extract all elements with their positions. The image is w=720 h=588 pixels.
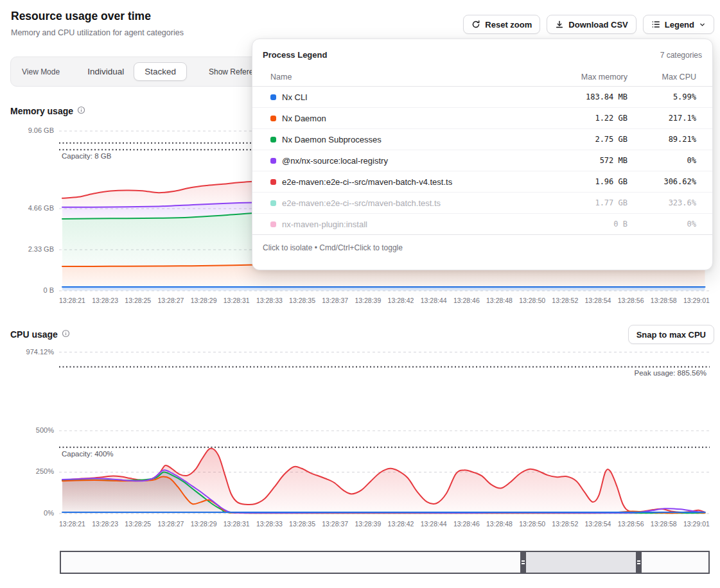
x-tick-label: 13:28:48 (486, 297, 513, 304)
legend-row[interactable]: Nx Daemon Subprocesses 2.75 GB 89.21% (252, 129, 712, 150)
x-tick-label: 13:28:25 (125, 520, 151, 528)
grip-icon (637, 560, 640, 562)
reference-line-label: Capacity: 8 GB (62, 152, 111, 160)
x-tick-label: 13:28:33 (256, 297, 283, 304)
y-tick-label: 4.66 GB (0, 204, 54, 212)
legend-rows: Nx CLI 183.84 MB 5.99% Nx Daemon 1.22 GB… (252, 87, 712, 235)
header-actions: Reset zoom Download CSV Legend (463, 15, 714, 34)
x-tick-label: 13:28:39 (355, 297, 381, 304)
x-tick-label: 13:28:44 (421, 297, 447, 304)
legend-popup-footer: Click to isolate • Cmd/Ctrl+Click to tog… (252, 235, 712, 261)
x-tick-label: 13:28:46 (453, 520, 480, 528)
x-tick-label: 13:28:31 (224, 520, 250, 528)
reset-zoom-button[interactable]: Reset zoom (463, 15, 540, 34)
series-line-3 (62, 470, 705, 513)
reference-line-label: Peak usage: 885.56% (634, 369, 707, 377)
memory-section-title: Memory usage (10, 106, 85, 116)
y-tick-label: 0 B (0, 286, 54, 294)
series-max-cpu: 323.6% (628, 198, 696, 207)
legend-row[interactable]: e2e-maven:e2e-ci--src/maven-batch.test.t… (252, 193, 712, 214)
series-line-1 (62, 472, 705, 513)
x-tick-label: 13:28:56 (618, 520, 644, 528)
legend-popup-title: Process Legend (263, 50, 327, 60)
series-color-dot (270, 200, 276, 206)
x-tick-label: 13:28:29 (191, 297, 217, 304)
legend-button[interactable]: Legend (643, 15, 714, 34)
legend-row[interactable]: e2e-maven:e2e-ci--src/maven-batch-v4.tes… (252, 171, 712, 193)
refresh-icon (471, 20, 480, 29)
series-area-2 (62, 477, 705, 514)
x-tick-label: 13:29:01 (683, 297, 710, 304)
cpu-section-title: CPU usage (10, 329, 70, 340)
view-mode-stacked[interactable]: Stacked (134, 62, 187, 81)
series-area-3 (62, 470, 705, 514)
y-tick-label: 250% (0, 467, 54, 475)
legend-row[interactable]: @nx/nx-source:local-registry 572 MB 0% (252, 150, 712, 171)
brush-timeline[interactable] (60, 551, 710, 574)
x-tick-label: 13:28:58 (651, 520, 677, 528)
series-color-dot (270, 94, 276, 100)
x-tick-label: 13:28:35 (289, 297, 315, 304)
legend-row[interactable]: nx-maven-plugin:install 0 B 0% (252, 214, 712, 235)
series-area-0 (62, 287, 705, 291)
x-tick-label: 13:28:21 (59, 297, 85, 304)
x-tick-label: 13:28:52 (552, 297, 578, 304)
snap-to-max-cpu-button[interactable]: Snap to max CPU (628, 325, 714, 344)
legend-row[interactable]: Nx Daemon 1.22 GB 217.1% (252, 108, 712, 129)
series-color-dot (270, 179, 276, 185)
series-max-cpu: 217.1% (628, 114, 696, 123)
info-icon (77, 106, 85, 116)
download-csv-button[interactable]: Download CSV (547, 15, 636, 34)
x-tick-label: 13:28:56 (618, 297, 644, 304)
series-color-dot (270, 221, 276, 227)
series-max-cpu: 306.62% (628, 177, 696, 186)
legend-category-count: 7 categories (660, 51, 702, 60)
series-area-0 (62, 449, 705, 514)
series-max-memory: 0 B (531, 220, 628, 229)
series-name: Nx Daemon Subprocesses (282, 135, 531, 144)
x-tick-label: 13:28:46 (453, 297, 480, 304)
series-name: e2e-maven:e2e-ci--src/maven-batch.test.t… (282, 198, 531, 208)
column-max-cpu: Max CPU (628, 73, 696, 82)
reference-line-label: Capacity: 400% (62, 450, 114, 458)
info-icon (62, 329, 70, 340)
series-line-2 (62, 477, 705, 514)
x-tick-label: 13:28:23 (92, 297, 118, 304)
series-max-memory: 1.77 GB (531, 198, 628, 207)
series-name: e2e-maven:e2e-ci--src/maven-batch-v4.tes… (282, 177, 531, 187)
x-tick-label: 13:28:50 (519, 297, 545, 304)
x-tick-label: 13:28:21 (59, 520, 85, 528)
x-tick-label: 13:28:54 (585, 297, 611, 304)
brush-handle-right[interactable] (636, 552, 642, 573)
brush-selection[interactable] (520, 552, 642, 573)
brush-handle-left[interactable] (520, 552, 526, 573)
x-tick-label: 13:29:01 (683, 520, 710, 528)
series-area-4 (62, 512, 705, 514)
series-color-dot (270, 116, 276, 121)
x-tick-label: 13:28:44 (421, 520, 447, 528)
x-tick-label: 13:28:48 (486, 520, 513, 528)
x-tick-label: 13:28:42 (388, 297, 414, 304)
series-max-memory: 2.75 GB (531, 135, 628, 144)
x-tick-label: 13:28:52 (552, 520, 578, 528)
x-tick-label: 13:28:58 (651, 297, 677, 304)
x-tick-label: 13:28:25 (125, 297, 151, 304)
x-tick-label: 13:28:27 (157, 520, 184, 528)
series-color-dot (270, 137, 276, 143)
series-max-memory: 1.22 GB (531, 114, 628, 123)
legend-popup-header: Process Legend 7 categories (252, 39, 712, 67)
x-tick-label: 13:28:23 (92, 520, 118, 528)
memory-x-axis: 13:28:2113:28:2313:28:2513:28:2713:28:29… (59, 297, 710, 304)
list-icon (651, 20, 660, 29)
x-tick-label: 13:28:31 (224, 297, 250, 304)
x-tick-label: 13:28:39 (355, 520, 381, 528)
legend-row[interactable]: Nx CLI 183.84 MB 5.99% (252, 87, 712, 108)
series-max-cpu: 5.99% (628, 92, 696, 101)
x-tick-label: 13:28:54 (585, 520, 611, 528)
view-mode-label: View Mode (22, 67, 60, 76)
page-subtitle: Memory and CPU utilization for agent cat… (11, 28, 184, 37)
view-mode-individual[interactable]: Individual (79, 63, 132, 80)
x-tick-label: 13:28:29 (191, 520, 217, 528)
series-max-cpu: 0% (628, 220, 696, 229)
x-tick-label: 13:28:42 (388, 520, 414, 528)
